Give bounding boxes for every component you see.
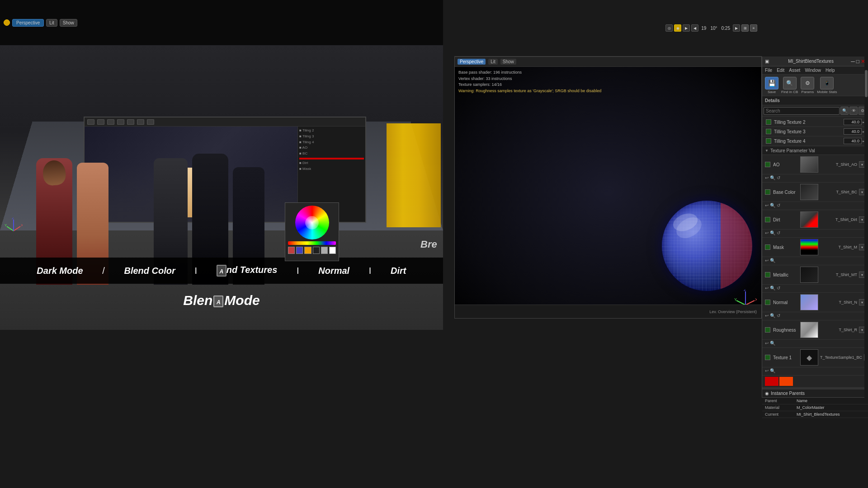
swatch-col-1[interactable] (765, 377, 778, 386)
swatch-blue[interactable] (296, 247, 303, 254)
svg-text:Y: Y (734, 297, 737, 302)
menu-file[interactable]: File (765, 68, 772, 73)
search-input[interactable] (766, 108, 837, 113)
roughness-thumb[interactable] (800, 322, 818, 338)
metallic-checkbox[interactable] (765, 272, 770, 277)
base-color-prop-row: Base Color T_Shirt_BC ▾ (762, 183, 868, 202)
swatch-gray[interactable] (321, 247, 328, 254)
params-button[interactable]: ⚙ Params (801, 77, 814, 94)
bc-thumb[interactable] (800, 184, 818, 200)
find-in-cb-button[interactable]: 🔍 Find in CB (781, 77, 798, 94)
menu-window[interactable]: Window (805, 68, 821, 73)
bc-browse-icon[interactable]: ↩ (765, 203, 769, 208)
scrollbar-thumb[interactable] (865, 70, 868, 97)
dirt-checkbox[interactable] (765, 217, 770, 222)
tiling-check-3[interactable] (766, 138, 771, 144)
eye-icon-btn[interactable]: 👁 (849, 107, 858, 115)
texture1-browse-icon[interactable]: ↩ (765, 368, 769, 373)
inner-toolbar-btn-3[interactable] (107, 119, 114, 125)
normal-find-icon[interactable]: 🔍 (770, 313, 775, 318)
tiling-value-2[interactable] (844, 128, 862, 135)
inner-toolbar-btn-5[interactable] (127, 119, 134, 125)
show-vp-button[interactable]: Show (60, 19, 77, 27)
inner-toolbar-btn-1[interactable] (87, 119, 94, 125)
inner-toolbar-btn-7[interactable] (147, 119, 154, 125)
normal-label: Normal (318, 266, 349, 276)
swatch-col-2[interactable] (779, 377, 793, 386)
tiling-value-1[interactable] (844, 119, 862, 125)
inner-toolbar-btn-2[interactable] (97, 119, 104, 125)
tray-btn-6[interactable]: ≡ (750, 24, 757, 32)
main-3d-viewport[interactable]: ● Perspective Lit Show (0, 0, 443, 330)
normal-browse-icon[interactable]: ↩ (765, 313, 769, 318)
dirt-clear-icon[interactable]: ↺ (777, 230, 780, 235)
color-bar[interactable] (288, 241, 336, 245)
tray-btn-2[interactable]: ◉ (674, 24, 681, 32)
roughness-find-icon[interactable]: 🔍 (770, 341, 775, 346)
tiling-check-2[interactable] (766, 129, 771, 134)
normal-checkbox[interactable] (765, 300, 770, 305)
inner-toolbar-btn-6[interactable] (137, 119, 144, 125)
normal-thumb[interactable] (800, 294, 818, 310)
mobile-stats-button[interactable]: 📱 Mobile Stats (817, 77, 837, 94)
dirt-browse-icon[interactable]: ↩ (765, 230, 769, 235)
normal-clear-icon[interactable]: ↺ (777, 313, 780, 318)
maximize-button[interactable]: □ (856, 58, 859, 65)
mask-find-icon[interactable]: 🔍 (770, 258, 775, 263)
axis-svg: X Y Z (5, 217, 23, 235)
tiling-value-3[interactable] (844, 138, 862, 144)
texture1-thumb[interactable]: ◆ (800, 349, 818, 366)
menu-edit[interactable]: Edit (777, 68, 784, 73)
roughness-checkbox[interactable] (765, 327, 770, 333)
color-wheel[interactable] (295, 206, 329, 239)
svg-line-0 (14, 226, 20, 231)
material-sphere[interactable] (662, 201, 752, 291)
mask-checkbox[interactable] (765, 244, 770, 250)
color-picker[interactable] (285, 202, 339, 261)
swatch-red[interactable] (288, 247, 295, 254)
ao-checkbox[interactable] (765, 162, 770, 167)
ao-clear-icon[interactable]: ↺ (777, 175, 780, 180)
search-icon-btn[interactable]: 🔍 (840, 107, 849, 115)
tray-btn-4[interactable]: ◀ (691, 24, 698, 32)
inner-toolbar-btn-4[interactable] (117, 119, 124, 125)
menu-help[interactable]: Help (826, 68, 835, 73)
mask-thumb[interactable] (800, 239, 818, 255)
mt-clear-icon[interactable]: ↺ (777, 286, 780, 291)
tiling-check-1[interactable] (766, 119, 771, 125)
tray-play-btn[interactable]: ▶ (733, 24, 740, 32)
base-color-checkbox[interactable] (765, 189, 770, 195)
perspective-vp-button[interactable]: Perspective (12, 19, 44, 27)
dirt-texture-name: T_Shirt_Dirt (818, 217, 859, 222)
save-button[interactable]: 💾 Save (765, 77, 778, 94)
ao-browse-icon[interactable]: ↩ (765, 175, 769, 180)
bc-clear-icon[interactable]: ↺ (777, 203, 780, 208)
separator-2: I (195, 266, 198, 276)
tray-btn-3[interactable]: ▶ (683, 24, 690, 32)
search-bar[interactable] (764, 107, 840, 115)
mask-browse-icon[interactable]: ↩ (765, 258, 769, 263)
lit-vp-button[interactable]: Lit (46, 19, 57, 27)
mask-texture-name: T_Shirt_M (818, 245, 859, 249)
minimize-button[interactable]: ─ (851, 58, 855, 65)
dirt-thumb[interactable] (800, 211, 818, 228)
mt-browse-icon[interactable]: ↩ (765, 286, 769, 291)
ao-find-icon[interactable]: 🔍 (770, 175, 775, 180)
mt-find-icon[interactable]: 🔍 (770, 286, 775, 291)
swatch-orange[interactable] (304, 247, 311, 254)
bc-find-icon[interactable]: 🔍 (770, 203, 775, 208)
dirt-find-icon[interactable]: 🔍 (770, 230, 775, 235)
ao-thumb[interactable] (800, 156, 818, 173)
tray-btn-1[interactable]: ◎ (665, 24, 673, 32)
swatch-dark[interactable] (313, 247, 320, 254)
texture1-find-icon[interactable]: 🔍 (770, 368, 775, 373)
mt-thumb[interactable] (800, 267, 818, 283)
ao-prop-row: AO T_Shirt_AO ▾ (762, 155, 868, 174)
texture1-checkbox[interactable] (765, 355, 770, 360)
section-collapse-icon[interactable]: ▼ (765, 149, 769, 153)
swatch-white[interactable] (329, 247, 336, 254)
tray-btn-5[interactable]: ⊞ (741, 24, 749, 32)
roughness-browse-icon[interactable]: ↩ (765, 341, 769, 346)
menu-asset[interactable]: Asset (789, 68, 800, 73)
panel-scrollbar[interactable] (864, 56, 868, 398)
